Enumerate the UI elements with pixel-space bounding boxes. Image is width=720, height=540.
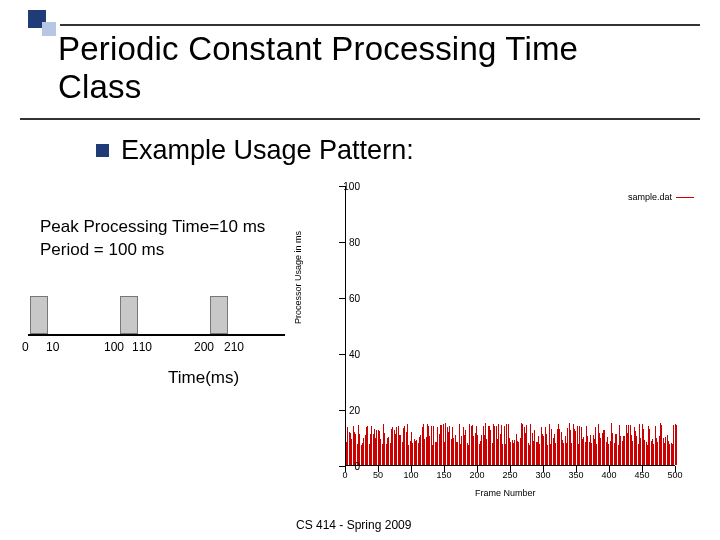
chart-spikes [346,186,675,465]
timeline-bar-1 [30,296,48,334]
xtick-label: 500 [663,470,687,480]
xtick-label: 450 [630,470,654,480]
slide: Periodic Constant Processing Time Class … [0,0,720,540]
ytick-label: 60 [330,293,360,304]
footer: CS 414 - Spring 2009 [296,518,411,532]
timeline-bar-3 [210,296,228,334]
divider-top [60,24,700,26]
ytick-label: 20 [330,405,360,416]
parameter-block: Peak Processing Time=10 ms Period = 100 … [40,216,265,262]
ytick-label: 100 [330,181,360,192]
xtick-label: 200 [465,470,489,480]
ytick-label: 80 [330,237,360,248]
tl-label-110: 110 [132,340,152,354]
tl-label-0: 0 [22,340,29,354]
tl-label-200: 200 [194,340,214,354]
bullet-text: Example Usage Pattern: [121,135,414,166]
param-period: Period = 100 ms [40,239,265,262]
chart-plot-area [345,186,675,466]
xtick-label: 350 [564,470,588,480]
timeline-axis-label: Time(ms) [168,368,239,388]
title-line-1: Periodic Constant Processing Time [58,30,578,67]
title-line-2: Class [58,68,142,105]
spike [676,425,677,465]
ytick-label: 40 [330,349,360,360]
bullet-square-icon [96,144,109,157]
legend-swatch [676,197,694,198]
bullet-row: Example Usage Pattern: [96,135,414,166]
tl-label-100: 100 [104,340,124,354]
xtick-label: 250 [498,470,522,480]
xtick-label: 400 [597,470,621,480]
slide-title: Periodic Constant Processing Time Class [58,30,578,106]
xtick-label: 150 [432,470,456,480]
chart-xlabel: Frame Number [475,488,536,498]
tl-label-210: 210 [224,340,244,354]
xtick-label: 300 [531,470,555,480]
timeline-axis [28,334,288,336]
accent-square-light [42,22,56,36]
divider-under-title [20,118,700,120]
chart-ylabel: Processor Usage in ms [293,231,303,324]
xtick-label: 100 [399,470,423,480]
xtick-label: 0 [333,470,357,480]
tl-label-10: 10 [46,340,59,354]
timeline: 0 10 100 110 200 210 [28,308,288,378]
timeline-bar-2 [120,296,138,334]
xtick-label: 50 [366,470,390,480]
chart: sample.dat Processor Usage in ms Frame N… [285,174,700,504]
corner-accent [28,10,56,38]
param-peak: Peak Processing Time=10 ms [40,216,265,239]
